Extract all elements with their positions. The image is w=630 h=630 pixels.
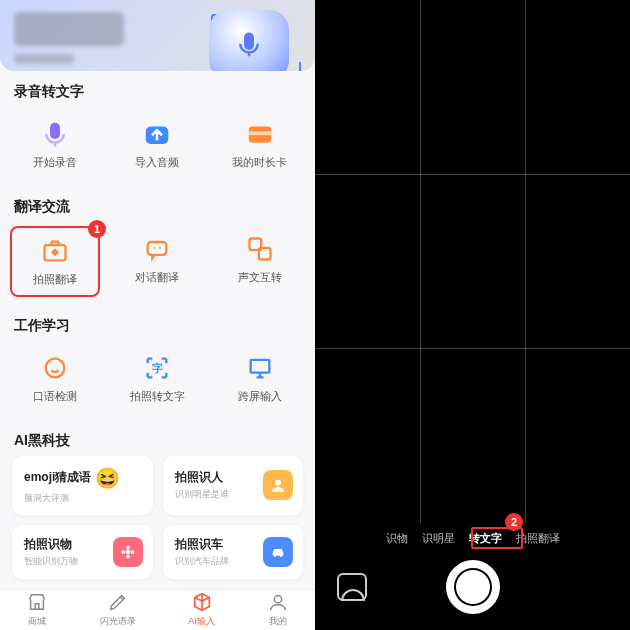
svg-rect-4 (249, 131, 272, 135)
tab-label: 闪光语录 (100, 615, 136, 628)
card-icon (245, 119, 275, 149)
store-icon (26, 591, 48, 613)
item-label: 拍照转文字 (130, 389, 185, 404)
card-photo-car[interactable]: 拍照识车 识别汽车品牌 (163, 525, 304, 579)
grid-line (315, 348, 630, 349)
card-sub: 识别汽车品牌 (175, 555, 229, 568)
svg-point-12 (275, 480, 281, 486)
mode-object[interactable]: 识物 (386, 531, 408, 546)
row-audio: 开始录音 导入音频 我的时长卡 (0, 107, 315, 186)
svg-point-18 (274, 554, 276, 556)
svg-rect-0 (245, 34, 253, 49)
item-speak-check[interactable]: 口语检测 (10, 345, 100, 412)
tab-label: 商城 (28, 615, 46, 628)
item-import-audio[interactable]: 导入音频 (112, 111, 202, 178)
svg-point-20 (274, 596, 281, 603)
svg-rect-1 (50, 123, 60, 139)
item-photo-translate[interactable]: 拍照翻译 (10, 226, 100, 297)
card-sub: 脑洞大评测 (24, 492, 120, 505)
annotation-badge-1: 1 (88, 220, 106, 238)
card-photo-object[interactable]: 拍照识物 智能识别万物 (12, 525, 153, 579)
svg-point-15 (126, 554, 130, 558)
item-label: 拍照翻译 (33, 272, 77, 287)
annotation-badge-2: 2 (505, 513, 523, 531)
tab-mine[interactable]: 我的 (267, 591, 289, 628)
item-voice-text-swap[interactable]: 声文互转 (215, 226, 305, 297)
tab-ai-input[interactable]: AI输入 (188, 591, 215, 628)
item-label: 我的时长卡 (232, 155, 287, 170)
emoji-icon: 😆 (95, 466, 120, 490)
svg-point-17 (130, 550, 134, 554)
bracket-icon (287, 62, 301, 71)
row-study: 口语检测 字 拍照转文字 跨屏输入 (0, 341, 315, 420)
mic-icon (40, 119, 70, 149)
item-dialog-translate[interactable]: 对话翻译 (112, 226, 202, 297)
svg-text:字: 字 (152, 361, 163, 373)
monitor-icon (245, 353, 275, 383)
section-title-translate: 翻译交流 (0, 186, 315, 222)
section-title-study: 工作学习 (0, 305, 315, 341)
tab-label: 我的 (269, 615, 287, 628)
svg-point-14 (126, 545, 130, 549)
car-icon (263, 537, 293, 567)
item-label: 声文互转 (238, 270, 282, 285)
section-title-audio: 录音转文字 (0, 71, 315, 107)
blurred-subtitle (14, 54, 74, 64)
card-sub: 智能识别万物 (24, 555, 78, 568)
item-label: 开始录音 (33, 155, 77, 170)
svg-point-19 (280, 554, 282, 556)
card-photo-person[interactable]: 拍照识人 识别明星是谁 (163, 456, 304, 515)
item-duration-card[interactable]: 我的时长卡 (215, 111, 305, 178)
gallery-button[interactable] (337, 573, 367, 601)
card-emoji-idiom[interactable]: emoji猜成语😆 脑洞大评测 (12, 456, 153, 515)
cube-icon (191, 591, 213, 613)
item-label: 导入音频 (135, 155, 179, 170)
item-photo-to-text[interactable]: 字 拍照转文字 (112, 345, 202, 412)
grid-line (525, 0, 526, 523)
svg-point-9 (46, 359, 65, 378)
card-title: 拍照识人 (175, 469, 229, 486)
swap-icon (245, 234, 275, 264)
shutter-button[interactable] (446, 560, 500, 614)
card-sub: 识别明星是谁 (175, 488, 229, 501)
row-ai-1: emoji猜成语😆 脑洞大评测 拍照识人 识别明星是谁 (0, 456, 315, 525)
camera-translate-icon (40, 236, 70, 266)
item-start-record[interactable]: 开始录音 (10, 111, 100, 178)
smile-icon (40, 353, 70, 383)
chat-icon (142, 234, 172, 264)
svg-point-13 (125, 550, 130, 555)
row-ai-2: 拍照识物 智能识别万物 拍照识车 识别汽车品牌 (0, 525, 315, 589)
phone-right-camera: 2 识物 识明星 转文字 拍照翻译 (315, 0, 630, 630)
card-title: emoji猜成语😆 (24, 466, 120, 490)
mode-star[interactable]: 识明星 (422, 531, 455, 546)
camera-controls (315, 552, 630, 630)
voice-bubble-icon (209, 10, 289, 71)
item-label: 对话翻译 (135, 270, 179, 285)
pen-icon (107, 591, 129, 613)
tab-store[interactable]: 商城 (26, 591, 48, 628)
hero-banner[interactable] (0, 0, 315, 71)
row-translate: 1 拍照翻译 对话翻译 声文互转 (0, 222, 315, 305)
phone-left-app: 录音转文字 开始录音 导入音频 我的时长卡 翻译交流 1 拍 (0, 0, 315, 630)
card-title: 拍照识车 (175, 536, 229, 553)
camera-bottom-area: 2 识物 识明星 转文字 拍照翻译 (315, 523, 630, 630)
svg-point-16 (121, 550, 125, 554)
item-label: 口语检测 (33, 389, 77, 404)
user-icon (267, 591, 289, 613)
item-cross-screen[interactable]: 跨屏输入 (215, 345, 305, 412)
grid-line (420, 0, 421, 523)
svg-rect-11 (250, 360, 269, 373)
scan-text-icon: 字 (142, 353, 172, 383)
import-icon (142, 119, 172, 149)
grid-line (315, 174, 630, 175)
item-label: 跨屏输入 (238, 389, 282, 404)
tab-flash-quotes[interactable]: 闪光语录 (100, 591, 136, 628)
blurred-title (14, 12, 124, 46)
camera-viewfinder[interactable] (315, 0, 630, 523)
flower-icon (113, 537, 143, 567)
person-icon (263, 470, 293, 500)
tab-label: AI输入 (188, 615, 215, 628)
bottom-tabbar: 商城 闪光语录 AI输入 我的 (0, 589, 315, 630)
card-title: 拍照识物 (24, 536, 78, 553)
section-title-ai: AI黑科技 (0, 420, 315, 456)
